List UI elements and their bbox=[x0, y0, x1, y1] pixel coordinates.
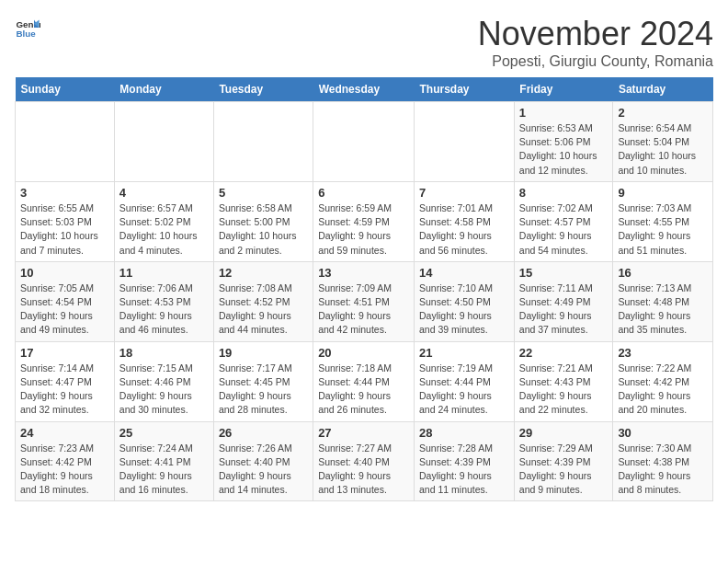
day-number: 30 bbox=[618, 426, 708, 440]
day-number: 21 bbox=[419, 346, 509, 360]
calendar-cell: 5Sunrise: 6:58 AM Sunset: 5:00 PM Daylig… bbox=[213, 181, 313, 261]
day-number: 26 bbox=[219, 426, 308, 440]
calendar-cell: 9Sunrise: 7:03 AM Sunset: 4:55 PM Daylig… bbox=[613, 181, 713, 261]
title-area: November 2024 Popesti, Giurgiu County, R… bbox=[478, 15, 713, 70]
day-info: Sunrise: 7:14 AM Sunset: 4:47 PM Dayligh… bbox=[20, 362, 109, 418]
day-header-tuesday: Tuesday bbox=[213, 77, 313, 102]
calendar-cell: 27Sunrise: 7:27 AM Sunset: 4:40 PM Dayli… bbox=[313, 421, 415, 501]
day-info: Sunrise: 7:11 AM Sunset: 4:49 PM Dayligh… bbox=[519, 282, 609, 338]
day-number: 13 bbox=[318, 266, 409, 280]
day-number: 22 bbox=[519, 346, 609, 360]
calendar-cell: 15Sunrise: 7:11 AM Sunset: 4:49 PM Dayli… bbox=[514, 261, 613, 341]
day-info: Sunrise: 6:53 AM Sunset: 5:06 PM Dayligh… bbox=[519, 121, 609, 178]
calendar-cell: 6Sunrise: 6:59 AM Sunset: 4:59 PM Daylig… bbox=[313, 181, 415, 261]
calendar-cell: 18Sunrise: 7:15 AM Sunset: 4:46 PM Dayli… bbox=[114, 341, 213, 421]
calendar-cell: 17Sunrise: 7:14 AM Sunset: 4:47 PM Dayli… bbox=[16, 341, 115, 421]
day-number: 25 bbox=[119, 426, 209, 440]
day-number: 29 bbox=[519, 426, 609, 440]
week-row-5: 24Sunrise: 7:23 AM Sunset: 4:42 PM Dayli… bbox=[16, 421, 713, 501]
day-number: 24 bbox=[20, 426, 109, 440]
calendar-cell: 23Sunrise: 7:22 AM Sunset: 4:42 PM Dayli… bbox=[613, 341, 713, 421]
day-info: Sunrise: 7:29 AM Sunset: 4:39 PM Dayligh… bbox=[519, 442, 609, 498]
day-info: Sunrise: 7:19 AM Sunset: 4:44 PM Dayligh… bbox=[419, 362, 509, 418]
day-number: 27 bbox=[318, 426, 409, 440]
day-info: Sunrise: 6:58 AM Sunset: 5:00 PM Dayligh… bbox=[219, 201, 308, 258]
calendar-cell: 11Sunrise: 7:06 AM Sunset: 4:53 PM Dayli… bbox=[114, 261, 213, 341]
location-subtitle: Popesti, Giurgiu County, Romania bbox=[478, 53, 713, 70]
calendar-cell: 25Sunrise: 7:24 AM Sunset: 4:41 PM Dayli… bbox=[114, 421, 213, 501]
week-row-1: 1Sunrise: 6:53 AM Sunset: 5:06 PM Daylig… bbox=[16, 102, 713, 182]
day-header-thursday: Thursday bbox=[415, 77, 515, 102]
calendar-cell bbox=[415, 102, 515, 182]
day-info: Sunrise: 7:17 AM Sunset: 4:45 PM Dayligh… bbox=[219, 362, 308, 418]
day-number: 16 bbox=[618, 266, 708, 280]
day-number: 9 bbox=[618, 186, 708, 200]
calendar-cell: 20Sunrise: 7:18 AM Sunset: 4:44 PM Dayli… bbox=[313, 341, 415, 421]
day-number: 18 bbox=[119, 346, 209, 360]
calendar-cell bbox=[313, 102, 415, 182]
day-info: Sunrise: 7:13 AM Sunset: 4:48 PM Dayligh… bbox=[618, 282, 708, 338]
week-row-4: 17Sunrise: 7:14 AM Sunset: 4:47 PM Dayli… bbox=[16, 341, 713, 421]
calendar-cell: 26Sunrise: 7:26 AM Sunset: 4:40 PM Dayli… bbox=[213, 421, 313, 501]
day-number: 17 bbox=[20, 346, 109, 360]
calendar-cell: 3Sunrise: 6:55 AM Sunset: 5:03 PM Daylig… bbox=[16, 181, 115, 261]
day-info: Sunrise: 7:10 AM Sunset: 4:50 PM Dayligh… bbox=[419, 282, 509, 338]
calendar-cell: 16Sunrise: 7:13 AM Sunset: 4:48 PM Dayli… bbox=[613, 261, 713, 341]
day-info: Sunrise: 7:06 AM Sunset: 4:53 PM Dayligh… bbox=[119, 282, 209, 338]
calendar-cell bbox=[213, 102, 313, 182]
day-info: Sunrise: 7:03 AM Sunset: 4:55 PM Dayligh… bbox=[618, 201, 708, 258]
day-info: Sunrise: 6:59 AM Sunset: 4:59 PM Dayligh… bbox=[318, 201, 409, 258]
calendar-cell bbox=[16, 102, 115, 182]
day-info: Sunrise: 6:57 AM Sunset: 5:02 PM Dayligh… bbox=[119, 201, 209, 258]
day-info: Sunrise: 7:30 AM Sunset: 4:38 PM Dayligh… bbox=[618, 442, 708, 498]
calendar-cell: 8Sunrise: 7:02 AM Sunset: 4:57 PM Daylig… bbox=[514, 181, 613, 261]
day-info: Sunrise: 7:26 AM Sunset: 4:40 PM Dayligh… bbox=[219, 442, 308, 498]
header-row: SundayMondayTuesdayWednesdayThursdayFrid… bbox=[16, 77, 713, 102]
day-number: 11 bbox=[119, 266, 209, 280]
calendar-cell: 29Sunrise: 7:29 AM Sunset: 4:39 PM Dayli… bbox=[514, 421, 613, 501]
day-number: 28 bbox=[419, 426, 509, 440]
calendar-cell: 7Sunrise: 7:01 AM Sunset: 4:58 PM Daylig… bbox=[415, 181, 515, 261]
calendar-cell: 28Sunrise: 7:28 AM Sunset: 4:39 PM Dayli… bbox=[415, 421, 515, 501]
day-info: Sunrise: 7:21 AM Sunset: 4:43 PM Dayligh… bbox=[519, 362, 609, 418]
day-info: Sunrise: 7:27 AM Sunset: 4:40 PM Dayligh… bbox=[318, 442, 409, 498]
day-info: Sunrise: 7:05 AM Sunset: 4:54 PM Dayligh… bbox=[20, 282, 109, 338]
calendar-cell: 13Sunrise: 7:09 AM Sunset: 4:51 PM Dayli… bbox=[313, 261, 415, 341]
day-number: 2 bbox=[618, 106, 708, 120]
month-title: November 2024 bbox=[478, 15, 713, 53]
day-number: 5 bbox=[219, 186, 308, 200]
day-number: 8 bbox=[519, 186, 609, 200]
day-header-monday: Monday bbox=[114, 77, 213, 102]
day-info: Sunrise: 7:24 AM Sunset: 4:41 PM Dayligh… bbox=[119, 442, 209, 498]
logo-icon: General Blue bbox=[15, 15, 40, 40]
day-number: 15 bbox=[519, 266, 609, 280]
day-header-saturday: Saturday bbox=[613, 77, 713, 102]
day-info: Sunrise: 7:23 AM Sunset: 4:42 PM Dayligh… bbox=[20, 442, 109, 498]
day-number: 12 bbox=[219, 266, 308, 280]
day-number: 14 bbox=[419, 266, 509, 280]
day-header-friday: Friday bbox=[514, 77, 613, 102]
calendar-cell: 1Sunrise: 6:53 AM Sunset: 5:06 PM Daylig… bbox=[514, 102, 613, 182]
day-number: 4 bbox=[119, 186, 209, 200]
day-info: Sunrise: 6:55 AM Sunset: 5:03 PM Dayligh… bbox=[20, 201, 109, 258]
day-info: Sunrise: 6:54 AM Sunset: 5:04 PM Dayligh… bbox=[618, 121, 708, 178]
day-info: Sunrise: 7:08 AM Sunset: 4:52 PM Dayligh… bbox=[219, 282, 308, 338]
logo: General Blue bbox=[15, 15, 40, 40]
day-number: 23 bbox=[618, 346, 708, 360]
day-number: 1 bbox=[519, 106, 609, 120]
calendar-table: SundayMondayTuesdayWednesdayThursdayFrid… bbox=[15, 77, 713, 501]
day-number: 10 bbox=[20, 266, 109, 280]
week-row-2: 3Sunrise: 6:55 AM Sunset: 5:03 PM Daylig… bbox=[16, 181, 713, 261]
day-info: Sunrise: 7:18 AM Sunset: 4:44 PM Dayligh… bbox=[318, 362, 409, 418]
week-row-3: 10Sunrise: 7:05 AM Sunset: 4:54 PM Dayli… bbox=[16, 261, 713, 341]
day-info: Sunrise: 7:22 AM Sunset: 4:42 PM Dayligh… bbox=[618, 362, 708, 418]
calendar-cell: 10Sunrise: 7:05 AM Sunset: 4:54 PM Dayli… bbox=[16, 261, 115, 341]
day-info: Sunrise: 7:09 AM Sunset: 4:51 PM Dayligh… bbox=[318, 282, 409, 338]
svg-text:Blue: Blue bbox=[16, 29, 36, 39]
day-info: Sunrise: 7:28 AM Sunset: 4:39 PM Dayligh… bbox=[419, 442, 509, 498]
calendar-cell: 21Sunrise: 7:19 AM Sunset: 4:44 PM Dayli… bbox=[415, 341, 515, 421]
calendar-cell: 2Sunrise: 6:54 AM Sunset: 5:04 PM Daylig… bbox=[613, 102, 713, 182]
day-header-sunday: Sunday bbox=[16, 77, 115, 102]
calendar-cell: 19Sunrise: 7:17 AM Sunset: 4:45 PM Dayli… bbox=[213, 341, 313, 421]
calendar-cell: 12Sunrise: 7:08 AM Sunset: 4:52 PM Dayli… bbox=[213, 261, 313, 341]
